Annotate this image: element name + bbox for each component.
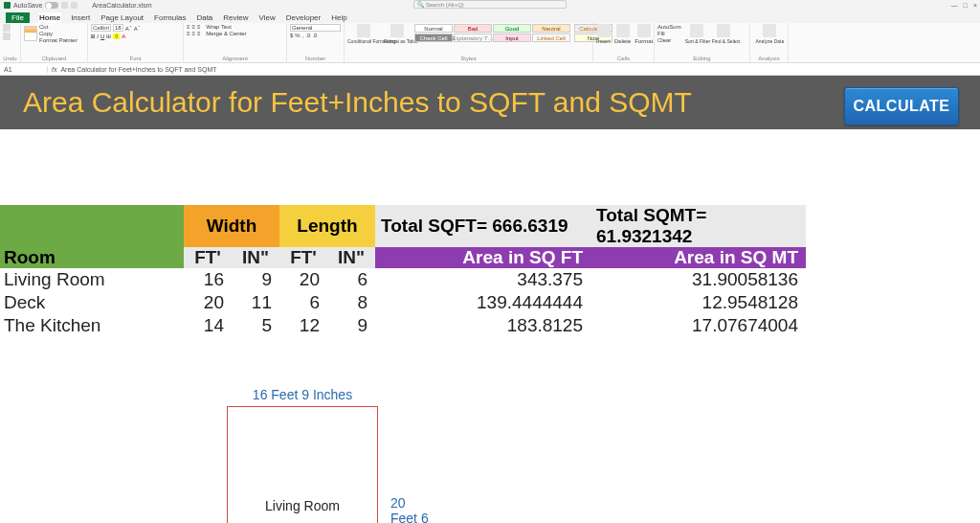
grow-font-icon[interactable]: A˄ bbox=[125, 25, 132, 32]
italic-button[interactable]: I bbox=[97, 34, 99, 39]
cell-area-sqft[interactable]: 183.8125 bbox=[375, 314, 590, 337]
tab-developer[interactable]: Developer bbox=[285, 12, 322, 23]
style-explanatory[interactable]: Explanatory T… bbox=[454, 34, 492, 42]
font-name-select[interactable]: Calibri bbox=[91, 24, 111, 32]
insert-cells-icon[interactable] bbox=[597, 24, 611, 37]
style-input[interactable]: Input bbox=[493, 34, 531, 42]
align-right-icon[interactable]: ≡ bbox=[197, 31, 201, 36]
table-row[interactable]: Living Room 16 9 20 6 343.375 31.9005813… bbox=[0, 268, 806, 291]
align-mid-icon[interactable]: ≡ bbox=[192, 24, 196, 30]
cell-width-ft[interactable]: 20 bbox=[184, 291, 232, 314]
style-good[interactable]: Good bbox=[493, 24, 531, 33]
room-diagram: 16 Feet 9 Inches Living Room 20 Feet 6 I… bbox=[227, 387, 378, 523]
currency-icon[interactable]: $ bbox=[290, 33, 293, 38]
style-linked-cell[interactable]: Linked Cell bbox=[532, 34, 570, 42]
number-format-select[interactable]: General bbox=[290, 24, 341, 32]
worksheet[interactable]: Area Calculator for Feet+Inches to SQFT … bbox=[0, 76, 980, 129]
autosave-toggle[interactable] bbox=[45, 2, 58, 9]
sheet-title-band: Area Calculator for Feet+Inches to SQFT … bbox=[0, 76, 980, 129]
redo-icon[interactable] bbox=[3, 33, 11, 40]
cell-room-name[interactable]: Deck bbox=[0, 291, 184, 314]
tab-help[interactable]: Help bbox=[330, 12, 347, 23]
cell-width-ft[interactable]: 14 bbox=[184, 314, 232, 337]
format-as-table-icon[interactable] bbox=[390, 24, 404, 37]
cell-width-in[interactable]: 5 bbox=[232, 314, 279, 337]
autosave-label: AutoSave bbox=[13, 2, 42, 9]
search-box[interactable]: 🔍 Search (Alt+Q) bbox=[413, 0, 567, 9]
analyze-data-icon[interactable] bbox=[763, 24, 776, 37]
window-maximize-button[interactable]: □ bbox=[964, 2, 968, 9]
tab-review[interactable]: Review bbox=[222, 12, 249, 23]
cell-width-in[interactable]: 9 bbox=[232, 268, 279, 291]
table-row[interactable]: The Kitchen 14 5 12 9 183.8125 17.076740… bbox=[0, 314, 806, 337]
tab-page-layout[interactable]: Page Layout bbox=[100, 12, 145, 23]
conditional-formatting-icon[interactable] bbox=[357, 24, 370, 37]
dec-decimal-icon[interactable]: .0 bbox=[312, 33, 317, 38]
style-check-cell[interactable]: Check Cell bbox=[414, 34, 453, 42]
cell-area-sqmt[interactable]: 17.07674004 bbox=[590, 314, 806, 337]
window-minimize-button[interactable]: — bbox=[951, 2, 958, 9]
tab-file[interactable]: File bbox=[6, 12, 30, 23]
calculate-button[interactable]: CALCULATE bbox=[844, 87, 959, 125]
cell-width-in[interactable]: 11 bbox=[232, 291, 279, 314]
window-close-button[interactable]: × bbox=[973, 2, 977, 9]
sort-filter-icon[interactable] bbox=[690, 24, 703, 37]
cell-area-sqft[interactable]: 343.375 bbox=[375, 268, 590, 291]
border-button[interactable]: ⊞ bbox=[106, 33, 111, 39]
style-normal[interactable]: Normal bbox=[414, 24, 453, 33]
cell-length-in[interactable]: 9 bbox=[327, 314, 375, 337]
cell-length-in[interactable]: 6 bbox=[327, 268, 375, 291]
cell-length-ft[interactable]: 20 bbox=[279, 268, 327, 291]
align-center-icon[interactable]: ≡ bbox=[192, 31, 196, 36]
align-top-icon[interactable]: ≡ bbox=[187, 24, 190, 30]
fill-color-button[interactable]: ◊ bbox=[113, 34, 120, 39]
align-bot-icon[interactable]: ≡ bbox=[197, 24, 201, 30]
diagram-box: Living Room 20 Feet 6 Inches bbox=[227, 406, 378, 523]
font-color-button[interactable]: A bbox=[122, 34, 125, 39]
qat-undo-icon[interactable] bbox=[71, 2, 78, 9]
comma-icon[interactable]: , bbox=[302, 33, 304, 38]
copy-button[interactable]: Copy bbox=[39, 31, 78, 36]
inc-decimal-icon[interactable]: .0 bbox=[305, 33, 310, 38]
percent-icon[interactable]: % bbox=[295, 33, 300, 38]
style-bad[interactable]: Bad bbox=[454, 24, 492, 33]
cell-length-in[interactable]: 8 bbox=[327, 291, 375, 314]
find-select-icon[interactable] bbox=[717, 24, 730, 37]
cell-area-sqft[interactable]: 139.4444444 bbox=[375, 291, 590, 314]
shrink-font-icon[interactable]: A˅ bbox=[134, 25, 141, 32]
name-box[interactable]: A1 bbox=[0, 66, 48, 73]
tab-view[interactable]: View bbox=[258, 12, 277, 23]
delete-cells-icon[interactable] bbox=[616, 24, 630, 37]
underline-button[interactable]: U bbox=[100, 34, 104, 39]
clear-button[interactable]: Clear bbox=[657, 37, 681, 43]
format-painter-button[interactable]: Format Painter bbox=[39, 37, 78, 43]
autosum-button[interactable]: AutoSum bbox=[657, 24, 681, 30]
cell-length-ft[interactable]: 6 bbox=[279, 291, 327, 314]
formula-input[interactable]: Area Calculator for Feet+Inches to SQFT … bbox=[60, 66, 216, 73]
wrap-text-button[interactable]: Wrap Text bbox=[206, 24, 232, 30]
cell-styles-gallery[interactable]: Normal Bad Good Neutral Check Cell Expla… bbox=[414, 24, 570, 42]
tab-insert[interactable]: Insert bbox=[70, 12, 91, 23]
cell-area-sqmt[interactable]: 31.90058136 bbox=[590, 268, 806, 291]
cell-length-ft[interactable]: 12 bbox=[279, 314, 327, 337]
cell-area-sqmt[interactable]: 12.9548128 bbox=[590, 291, 806, 314]
bold-button[interactable]: B bbox=[91, 34, 95, 39]
undo-icon[interactable] bbox=[3, 24, 11, 32]
font-size-select[interactable]: 18 bbox=[113, 24, 123, 32]
merge-center-button[interactable]: Merge & Center bbox=[206, 31, 246, 36]
tab-data[interactable]: Data bbox=[195, 12, 213, 23]
tab-home[interactable]: Home bbox=[38, 12, 61, 23]
fill-button[interactable]: Fill bbox=[657, 31, 681, 36]
tab-formulas[interactable]: Formulas bbox=[153, 12, 187, 23]
cut-button[interactable]: Cut bbox=[39, 24, 78, 30]
align-left-icon[interactable]: ≡ bbox=[187, 31, 190, 36]
table-row[interactable]: Deck 20 11 6 8 139.4444444 12.9548128 bbox=[0, 291, 806, 314]
style-neutral[interactable]: Neutral bbox=[532, 24, 570, 33]
qat-save-icon[interactable] bbox=[61, 2, 68, 9]
format-cells-icon[interactable] bbox=[637, 24, 651, 37]
cell-room-name[interactable]: The Kitchen bbox=[0, 314, 184, 337]
cell-room-name[interactable]: Living Room bbox=[0, 268, 184, 291]
cell-width-ft[interactable]: 16 bbox=[184, 268, 232, 291]
paste-icon[interactable] bbox=[24, 26, 37, 41]
fx-icon[interactable]: fx bbox=[48, 66, 60, 73]
